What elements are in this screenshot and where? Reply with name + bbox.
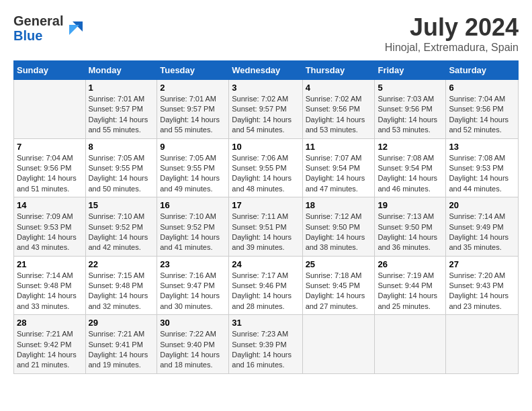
day-info: Sunrise: 7:06 AM Sunset: 9:55 PM Dayligh… <box>232 153 299 195</box>
day-info: Sunrise: 7:04 AM Sunset: 9:56 PM Dayligh… <box>449 94 515 136</box>
calendar-cell: 3Sunrise: 7:02 AM Sunset: 9:57 PM Daylig… <box>229 80 302 139</box>
calendar-cell <box>375 315 446 374</box>
calendar-week-row: 28Sunrise: 7:21 AM Sunset: 9:42 PM Dayli… <box>14 315 519 374</box>
svg-marker-1 <box>69 25 79 35</box>
logo: General Blue <box>13 13 86 43</box>
day-number: 3 <box>232 83 299 93</box>
day-number: 21 <box>17 259 83 269</box>
day-info: Sunrise: 7:02 AM Sunset: 9:57 PM Dayligh… <box>232 94 299 136</box>
calendar-cell: 24Sunrise: 7:17 AM Sunset: 9:46 PM Dayli… <box>229 256 302 315</box>
day-number: 26 <box>378 259 443 269</box>
calendar-cell: 27Sunrise: 7:20 AM Sunset: 9:43 PM Dayli… <box>446 256 519 315</box>
calendar-cell: 16Sunrise: 7:10 AM Sunset: 9:52 PM Dayli… <box>157 197 229 257</box>
calendar-week-row: 7Sunrise: 7:04 AM Sunset: 9:56 PM Daylig… <box>14 138 519 197</box>
day-info: Sunrise: 7:21 AM Sunset: 9:42 PM Dayligh… <box>17 329 83 371</box>
header-day: Sunday <box>14 61 86 80</box>
day-info: Sunrise: 7:11 AM Sunset: 9:51 PM Dayligh… <box>232 212 299 253</box>
header-day: Saturday <box>446 61 519 80</box>
day-info: Sunrise: 7:01 AM Sunset: 9:57 PM Dayligh… <box>89 94 154 136</box>
day-number: 13 <box>449 142 515 152</box>
calendar-cell: 20Sunrise: 7:14 AM Sunset: 9:49 PM Dayli… <box>446 197 519 257</box>
calendar-cell: 19Sunrise: 7:13 AM Sunset: 9:50 PM Dayli… <box>375 197 446 257</box>
day-number: 5 <box>378 83 443 93</box>
calendar-cell: 9Sunrise: 7:05 AM Sunset: 9:55 PM Daylig… <box>157 138 229 197</box>
day-info: Sunrise: 7:15 AM Sunset: 9:48 PM Dayligh… <box>89 271 154 312</box>
calendar-cell: 2Sunrise: 7:01 AM Sunset: 9:57 PM Daylig… <box>157 80 229 139</box>
day-number: 24 <box>232 259 299 269</box>
calendar-cell: 26Sunrise: 7:19 AM Sunset: 9:44 PM Dayli… <box>375 256 446 315</box>
day-number: 12 <box>378 142 443 152</box>
day-number: 23 <box>160 259 226 269</box>
day-number: 4 <box>306 83 372 93</box>
calendar-table: SundayMondayTuesdayWednesdayThursdayFrid… <box>13 60 519 374</box>
day-info: Sunrise: 7:17 AM Sunset: 9:46 PM Dayligh… <box>232 271 299 312</box>
calendar-cell: 17Sunrise: 7:11 AM Sunset: 9:51 PM Dayli… <box>229 197 302 257</box>
calendar-cell: 8Sunrise: 7:05 AM Sunset: 9:55 PM Daylig… <box>85 138 157 197</box>
calendar-cell: 25Sunrise: 7:18 AM Sunset: 9:45 PM Dayli… <box>302 256 375 315</box>
day-number: 14 <box>17 200 83 210</box>
calendar-cell: 18Sunrise: 7:12 AM Sunset: 9:50 PM Dayli… <box>302 197 375 257</box>
day-info: Sunrise: 7:08 AM Sunset: 9:54 PM Dayligh… <box>378 153 443 195</box>
day-number: 9 <box>160 142 226 152</box>
day-info: Sunrise: 7:05 AM Sunset: 9:55 PM Dayligh… <box>89 153 154 195</box>
calendar-cell: 10Sunrise: 7:06 AM Sunset: 9:55 PM Dayli… <box>229 138 302 197</box>
page-header: General Blue July 2024 Hinojal, Extremad… <box>13 13 519 54</box>
day-info: Sunrise: 7:23 AM Sunset: 9:39 PM Dayligh… <box>232 329 299 371</box>
day-number: 11 <box>306 142 372 152</box>
day-info: Sunrise: 7:08 AM Sunset: 9:53 PM Dayligh… <box>449 153 515 195</box>
day-info: Sunrise: 7:22 AM Sunset: 9:40 PM Dayligh… <box>160 329 226 371</box>
calendar-cell: 15Sunrise: 7:10 AM Sunset: 9:52 PM Dayli… <box>85 197 157 257</box>
day-info: Sunrise: 7:09 AM Sunset: 9:53 PM Dayligh… <box>17 212 83 253</box>
day-number: 15 <box>89 200 154 210</box>
logo-icon <box>66 18 86 38</box>
calendar-cell: 22Sunrise: 7:15 AM Sunset: 9:48 PM Dayli… <box>85 256 157 315</box>
calendar-cell: 23Sunrise: 7:16 AM Sunset: 9:47 PM Dayli… <box>157 256 229 315</box>
day-number: 1 <box>89 83 154 93</box>
day-info: Sunrise: 7:03 AM Sunset: 9:56 PM Dayligh… <box>378 94 443 136</box>
calendar-cell <box>14 80 86 139</box>
logo-general: General <box>13 13 63 28</box>
day-number: 28 <box>17 318 83 328</box>
day-info: Sunrise: 7:02 AM Sunset: 9:56 PM Dayligh… <box>306 94 372 136</box>
day-number: 18 <box>306 200 372 210</box>
day-info: Sunrise: 7:20 AM Sunset: 9:43 PM Dayligh… <box>449 271 515 312</box>
calendar-cell: 13Sunrise: 7:08 AM Sunset: 9:53 PM Dayli… <box>446 138 519 197</box>
day-info: Sunrise: 7:13 AM Sunset: 9:50 PM Dayligh… <box>378 212 443 253</box>
calendar-cell <box>302 315 375 374</box>
calendar-week-row: 14Sunrise: 7:09 AM Sunset: 9:53 PM Dayli… <box>14 197 519 257</box>
day-number: 17 <box>232 200 299 210</box>
day-info: Sunrise: 7:10 AM Sunset: 9:52 PM Dayligh… <box>89 212 154 253</box>
day-number: 10 <box>232 142 299 152</box>
day-number: 30 <box>160 318 226 328</box>
calendar-cell: 4Sunrise: 7:02 AM Sunset: 9:56 PM Daylig… <box>302 80 375 139</box>
calendar-cell: 28Sunrise: 7:21 AM Sunset: 9:42 PM Dayli… <box>14 315 86 374</box>
day-info: Sunrise: 7:12 AM Sunset: 9:50 PM Dayligh… <box>306 212 372 253</box>
calendar-cell: 5Sunrise: 7:03 AM Sunset: 9:56 PM Daylig… <box>375 80 446 139</box>
day-number: 6 <box>449 83 515 93</box>
day-info: Sunrise: 7:21 AM Sunset: 9:41 PM Dayligh… <box>89 329 154 371</box>
calendar-cell: 31Sunrise: 7:23 AM Sunset: 9:39 PM Dayli… <box>229 315 302 374</box>
day-info: Sunrise: 7:14 AM Sunset: 9:49 PM Dayligh… <box>449 212 515 253</box>
calendar-week-row: 1Sunrise: 7:01 AM Sunset: 9:57 PM Daylig… <box>14 80 519 139</box>
day-number: 19 <box>378 200 443 210</box>
month-year: July 2024 <box>385 13 519 42</box>
header-row: SundayMondayTuesdayWednesdayThursdayFrid… <box>14 61 519 80</box>
day-number: 25 <box>306 259 372 269</box>
calendar-cell: 11Sunrise: 7:07 AM Sunset: 9:54 PM Dayli… <box>302 138 375 197</box>
day-info: Sunrise: 7:19 AM Sunset: 9:44 PM Dayligh… <box>378 271 443 312</box>
day-number: 20 <box>449 200 515 210</box>
day-number: 7 <box>17 142 83 152</box>
day-info: Sunrise: 7:01 AM Sunset: 9:57 PM Dayligh… <box>160 94 226 136</box>
calendar-cell: 1Sunrise: 7:01 AM Sunset: 9:57 PM Daylig… <box>85 80 157 139</box>
calendar-cell: 21Sunrise: 7:14 AM Sunset: 9:48 PM Dayli… <box>14 256 86 315</box>
header-day: Monday <box>85 61 157 80</box>
day-info: Sunrise: 7:07 AM Sunset: 9:54 PM Dayligh… <box>306 153 372 195</box>
day-info: Sunrise: 7:04 AM Sunset: 9:56 PM Dayligh… <box>17 153 83 195</box>
header-day: Tuesday <box>157 61 229 80</box>
day-info: Sunrise: 7:10 AM Sunset: 9:52 PM Dayligh… <box>160 212 226 253</box>
calendar-week-row: 21Sunrise: 7:14 AM Sunset: 9:48 PM Dayli… <box>14 256 519 315</box>
calendar-cell <box>446 315 519 374</box>
location: Hinojal, Extremadura, Spain <box>385 42 519 54</box>
day-number: 27 <box>449 259 515 269</box>
day-info: Sunrise: 7:16 AM Sunset: 9:47 PM Dayligh… <box>160 271 226 312</box>
